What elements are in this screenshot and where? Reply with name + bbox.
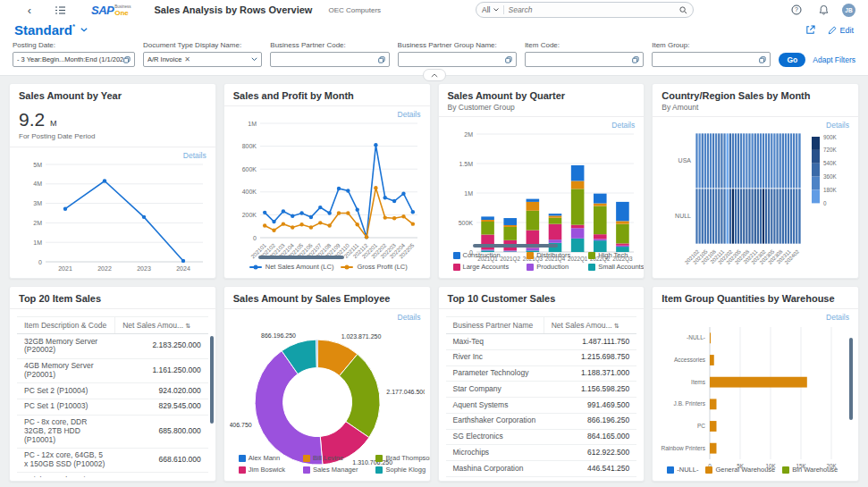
svg-text:2.177.046.500: 2.177.046.500 [386, 389, 425, 395]
svg-text:360K: 360K [823, 173, 838, 180]
column-header[interactable]: Net Sales Amou... ⇅ [115, 317, 208, 334]
sort-icon[interactable]: ⇅ [186, 323, 191, 329]
help-icon[interactable]: ? [788, 2, 805, 18]
column-header[interactable]: Item Description & Code [17, 317, 115, 334]
bp-group-input[interactable] [398, 52, 517, 67]
value-help-icon[interactable] [759, 56, 766, 63]
modified-indicator: * [72, 22, 75, 30]
value-help-icon[interactable] [632, 56, 639, 63]
column-header[interactable]: Net Sales Amou... ⇅ [544, 317, 636, 334]
vertical-scrollbar[interactable] [210, 336, 214, 424]
card-title: Top 20 Item Sales [19, 293, 206, 304]
details-link[interactable]: Details [826, 121, 849, 130]
svg-text:3M: 3M [33, 200, 42, 206]
table-row[interactable]: River Inc1.215.698.750 [446, 349, 637, 365]
details-link[interactable]: Details [611, 121, 635, 130]
svg-text:1.023.871.250: 1.023.871.250 [341, 333, 381, 340]
edit-button[interactable]: Edit [828, 26, 854, 35]
table-row[interactable]: Earthshaker Corporation866.196.250 [446, 413, 637, 429]
legend-item: Alex Mann [239, 454, 285, 462]
svg-text:NULL: NULL [675, 213, 691, 219]
legend-marker [527, 252, 534, 259]
card-item-group-quantities: Item Group Quantities by Warehouse Detai… [652, 286, 859, 482]
details-link[interactable]: Details [826, 313, 849, 322]
table-row[interactable]: Rainbow Color Printer 5.0 (A00004)419.87… [17, 473, 208, 477]
value-help-icon[interactable] [378, 56, 385, 63]
column-header[interactable]: Business Partner Name [446, 317, 544, 334]
adapt-filters-link[interactable]: Adapt Filters [813, 55, 855, 64]
svg-text:2M: 2M [464, 131, 473, 138]
card-title: Sales Amount by Quarter [448, 90, 636, 101]
svg-text:5M: 5M [33, 162, 42, 168]
search-scope-select[interactable]: All [482, 5, 503, 14]
chart-legend: Net Sales Amount (LC)Gross Profit (LC) [230, 261, 425, 274]
svg-text:1M: 1M [464, 190, 473, 197]
share-button[interactable] [805, 25, 815, 35]
stacked-bar-chart-by-quarter[interactable]: 0500K1M1.5M2M2021Q12021Q22021Q32021Q4202… [444, 130, 639, 243]
value-help-icon[interactable] [123, 56, 131, 63]
filter-document-type: Document Type Display Name: A/R Invoice✕ [143, 41, 262, 67]
chevron-down-icon[interactable] [251, 57, 257, 62]
table-row[interactable]: Mashina Corporation446.541.250 [446, 461, 637, 477]
table-row[interactable]: 4GB Memory Server (P20001)1.161.250.000 [17, 358, 208, 383]
card-title: Sales Amount by Sales Employee [233, 293, 421, 304]
dashboard-grid: Sales Amount by Year 9.2 M For Posting D… [0, 76, 868, 487]
chevron-down-icon[interactable] [80, 28, 88, 32]
table-row[interactable]: SG Electronics864.165.000 [446, 429, 637, 445]
data-table: Item Description & CodeNet Sales Amou...… [17, 316, 208, 477]
chevron-down-icon [493, 8, 499, 12]
table-row[interactable]: 32GB Memory Server (P20002)2.183.250.000 [17, 334, 208, 359]
document-type-input[interactable]: A/R Invoice✕ [143, 52, 262, 67]
vertical-scrollbar[interactable] [849, 338, 853, 420]
details-link[interactable]: Details [398, 110, 421, 119]
menu-icon[interactable] [52, 2, 68, 18]
table-row[interactable]: Maxi-Teq1.487.111.750 [446, 334, 637, 350]
table-row[interactable]: Parameter Technology1.188.371.000 [446, 365, 637, 382]
items-table-container: Item Description & CodeNet Sales Amou...… [15, 311, 210, 477]
table-row[interactable]: Star Company1.156.598.250 [446, 382, 637, 398]
posting-date-input[interactable]: - 3 Year:Begin...Month:End (1/1/2021...✕ [13, 52, 135, 67]
table-row[interactable]: PC Set 2 (P10004)924.020.000 [17, 383, 208, 399]
svg-text:Rainbow Printers: Rainbow Printers [662, 445, 706, 451]
variant-title[interactable]: Standard* [14, 22, 75, 38]
table-row[interactable]: PC - 12x core, 64GB, 5 x 150GB SSD (P100… [17, 448, 208, 473]
line-chart-sales-by-year[interactable]: 01M2M3M4M5M2021202220232024 [15, 160, 210, 274]
table-row[interactable]: ADA Technologies410.948.750 [446, 476, 637, 477]
remove-token-icon[interactable]: ✕ [184, 55, 190, 63]
card-title: Sales Amount by Year [19, 90, 206, 101]
heatmap-country-sales[interactable]: USANULL202102202105202108202111202202202… [658, 130, 853, 274]
bar-chart-item-group-quantities[interactable]: 05K10K15K20K-NULL-AccessoriesItemsJ.B. P… [658, 322, 853, 464]
table-row[interactable]: PC Set 1 (P10003)829.545.000 [17, 399, 208, 415]
avatar[interactable]: JB [842, 4, 855, 17]
svg-text:Items: Items [691, 379, 706, 385]
back-icon[interactable]: ‹ [21, 2, 38, 18]
legend-item: Production [527, 263, 570, 271]
table-row[interactable]: PC - 8x core, DDR 32GB, 2TB HDD (P10001)… [17, 415, 208, 448]
svg-text:2021: 2021 [58, 265, 72, 272]
svg-text:0: 0 [253, 235, 257, 241]
line-chart-sales-profit-by-month[interactable]: 0200K400K600K800K1M202101202102202103202… [230, 119, 425, 255]
filter-bar: Posting Date: - 3 Year:Begin...Month:End… [0, 38, 868, 76]
horizontal-scrollbar[interactable] [258, 256, 344, 259]
horizontal-scrollbar[interactable] [473, 244, 559, 248]
table-row[interactable]: Aquent Systems991.469.500 [446, 398, 637, 414]
details-link[interactable]: Details [398, 313, 421, 322]
legend-marker [527, 264, 534, 271]
search-input[interactable] [504, 5, 680, 14]
notifications-bell-icon[interactable] [815, 2, 831, 18]
sort-icon[interactable]: ⇅ [614, 323, 619, 329]
collapse-header-button[interactable] [423, 69, 446, 81]
search-icon[interactable] [679, 6, 687, 14]
bp-code-input[interactable] [270, 52, 389, 67]
card-sales-by-employee: Sales Amount by Sales Employee Details 1… [223, 286, 431, 482]
company-name: OEC Computers [328, 6, 381, 14]
details-link[interactable]: Details [183, 151, 206, 160]
search-bar[interactable]: All [476, 2, 694, 18]
svg-text:500K: 500K [458, 220, 473, 226]
table-row[interactable]: Microchips612.922.500 [446, 445, 637, 461]
item-group-input[interactable] [652, 52, 771, 67]
donut-chart-sales-by-employee[interactable]: 1.023.871.2502.177.046.5001.310.706.2503… [230, 322, 425, 452]
go-button[interactable]: Go [779, 53, 805, 67]
value-help-icon[interactable] [505, 56, 512, 63]
item-code-input[interactable] [525, 52, 644, 67]
